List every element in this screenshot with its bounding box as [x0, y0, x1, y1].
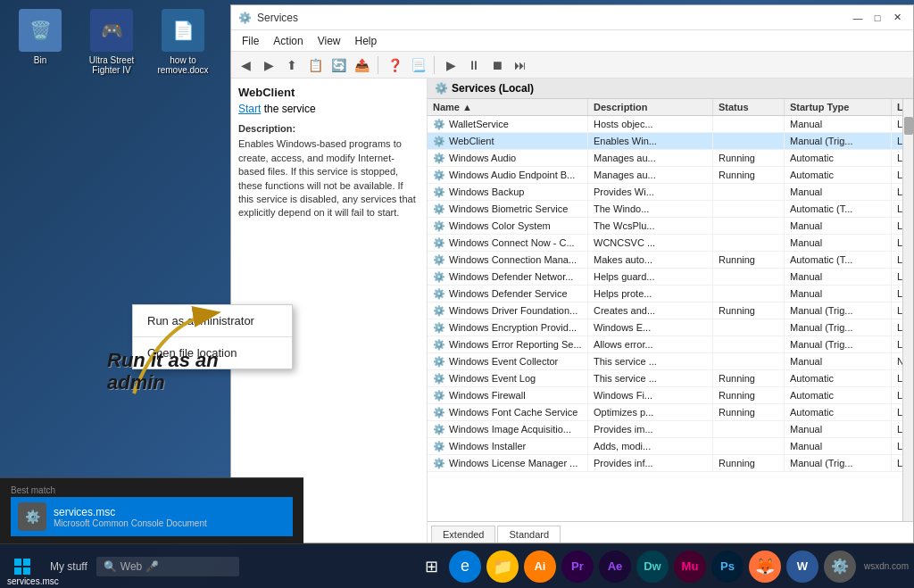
col-log[interactable]: Log	[892, 99, 902, 115]
service-name: ⚙️Windows Firewall	[428, 387, 588, 403]
menu-action[interactable]: Action	[266, 33, 310, 49]
service-row[interactable]: ⚙️Windows Audio Manages au... Running Au…	[428, 150, 902, 167]
service-row[interactable]: ⚙️Windows Connect Now - C... WCNCSVC ...…	[428, 235, 902, 252]
svg-rect-4	[23, 567, 30, 575]
run-as-admin-option[interactable]: Run as administrator	[133, 305, 292, 336]
service-status	[713, 235, 785, 251]
service-row[interactable]: ⚙️Windows Error Reporting Se... Allows e…	[428, 336, 902, 353]
refresh-button[interactable]: 🔄	[328, 54, 349, 76]
service-row[interactable]: ⚙️Windows Event Log This service ... Run…	[428, 370, 902, 387]
service-status	[713, 201, 785, 217]
taskbar: My stuff 🔍 Web 🎤 ⊞ e 📁 Ai Pr Ae Dw Mu Ps…	[0, 543, 914, 588]
panel-start-link: Start the service	[238, 103, 420, 115]
service-status: Running	[713, 302, 785, 319]
svg-rect-2	[23, 559, 30, 566]
services-window: ⚙️ Services — □ ✕ File Action View Help …	[230, 4, 914, 543]
col-startup[interactable]: Startup Type	[785, 99, 892, 115]
svg-rect-1	[14, 559, 21, 566]
tab-extended[interactable]: Extended	[431, 526, 495, 542]
service-row[interactable]: ⚙️WebClient Enables Win... Manual (Trig.…	[428, 133, 902, 150]
minimize-button[interactable]: —	[849, 9, 867, 27]
service-log: Loc	[892, 184, 902, 200]
service-row[interactable]: ⚙️Windows Defender Service Helps prote..…	[428, 286, 902, 302]
service-row[interactable]: ⚙️Windows Font Cache Service Optimizes p…	[428, 404, 902, 421]
service-row[interactable]: ⚙️Windows Image Acquisitio... Provides i…	[428, 421, 902, 438]
export-button[interactable]: 📤	[351, 54, 372, 76]
service-row[interactable]: ⚙️Windows Driver Foundation... Creates a…	[428, 302, 902, 319]
game-icon: 🎮	[90, 9, 133, 52]
close-button[interactable]: ✕	[888, 9, 906, 27]
best-match-text: services.msc Microsoft Common Console Do…	[54, 506, 207, 528]
taskbar-search[interactable]: 🔍 Web 🎤	[96, 557, 239, 576]
play-button[interactable]: ▶	[440, 54, 461, 76]
col-status[interactable]: Status	[713, 99, 785, 115]
service-log: Loc	[892, 235, 902, 251]
back-button[interactable]: ◀	[235, 54, 256, 76]
service-row[interactable]: ⚙️Windows Defender Networ... Helps guard…	[428, 269, 902, 286]
service-desc: This service ...	[588, 353, 713, 369]
best-match-item[interactable]: ⚙️ services.msc Microsoft Common Console…	[11, 497, 293, 536]
service-row[interactable]: ⚙️Windows Backup Provides Wi... Manual L…	[428, 184, 902, 201]
menu-help[interactable]: Help	[348, 33, 385, 49]
start-link[interactable]: Start	[238, 103, 261, 115]
desktop-icon-bin[interactable]: 🗑️ Bin	[9, 9, 71, 75]
service-status	[713, 319, 785, 335]
menu-file[interactable]: File	[235, 33, 266, 49]
services-list-panel: ⚙️ Services (Local) Name ▲ Description S…	[428, 79, 913, 542]
service-status	[713, 353, 785, 369]
service-status	[713, 438, 785, 454]
service-log: Loc	[892, 150, 902, 166]
service-status	[713, 421, 785, 437]
up-button[interactable]: ⬆	[281, 54, 303, 76]
best-match-section: Best match ⚙️ services.msc Microsoft Com…	[0, 478, 303, 543]
forward-button[interactable]: ▶	[258, 54, 279, 76]
maximize-button[interactable]: □	[868, 9, 886, 27]
service-row[interactable]: ⚙️Windows Color System The WcsPlu... Man…	[428, 218, 902, 235]
docx-label: how to remove.docx	[152, 55, 214, 75]
service-log: Loc	[892, 370, 902, 386]
service-desc: Windows Fi...	[588, 387, 713, 403]
pause-button[interactable]: ⏸	[463, 54, 485, 76]
service-startup: Automatic	[785, 370, 892, 386]
service-log: Loc	[892, 404, 902, 420]
service-startup: Manual	[785, 218, 892, 234]
desktop-icon-docx[interactable]: 📄 how to remove.docx	[152, 9, 214, 75]
service-row[interactable]: ⚙️Windows Installer Adds, modi... Manual…	[428, 438, 902, 455]
scrollbar[interactable]	[902, 99, 913, 521]
col-name[interactable]: Name ▲	[428, 99, 588, 115]
service-row[interactable]: ⚙️Windows Audio Endpoint B... Manages au…	[428, 167, 902, 184]
menu-view[interactable]: View	[311, 33, 348, 49]
service-name: ⚙️Windows Backup	[428, 184, 588, 200]
service-row[interactable]: ⚙️Windows Firewall Windows Fi... Running…	[428, 387, 902, 404]
service-log: Loc	[892, 167, 902, 183]
service-row[interactable]: ⚙️Windows Biometric Service The Windo...…	[428, 201, 902, 218]
restart-button[interactable]: ⏭	[510, 54, 531, 76]
service-name: ⚙️Windows Event Collector	[428, 353, 588, 369]
docx-icon: 📄	[162, 9, 204, 52]
stop-button[interactable]: ⏹	[486, 54, 508, 76]
properties-button[interactable]: 📃	[407, 54, 428, 76]
context-menu: Run as administrator Open file location	[132, 304, 293, 369]
service-name: ⚙️Windows Defender Networ...	[428, 269, 588, 285]
service-desc: Allows error...	[588, 336, 713, 352]
desktop-icon-game[interactable]: 🎮 Ultra Street Fighter IV	[80, 9, 143, 75]
service-row[interactable]: ⚙️WalletService Hosts objec... Manual Lo…	[428, 116, 902, 133]
service-desc: Creates and...	[588, 302, 713, 319]
services-title-icon: ⚙️	[238, 12, 252, 24]
service-name: ⚙️Windows Connect Now - C...	[428, 235, 588, 251]
service-row[interactable]: ⚙️Windows Connection Mana... Makes auto.…	[428, 252, 902, 269]
col-description[interactable]: Description	[588, 99, 713, 115]
window-title-left: ⚙️ Services	[238, 12, 298, 24]
service-desc: Optimizes p...	[588, 404, 713, 420]
service-row[interactable]: ⚙️Windows Encryption Provid... Windows E…	[428, 319, 902, 336]
service-desc: Provides im...	[588, 421, 713, 437]
show-hide-button[interactable]: 📋	[304, 54, 326, 76]
service-desc: Manages au...	[588, 167, 713, 183]
open-file-location-option[interactable]: Open file location	[133, 337, 292, 369]
service-status: Running	[713, 370, 785, 386]
service-row[interactable]: ⚙️Windows License Manager ... Provides i…	[428, 455, 902, 472]
best-match-label: Best match	[11, 482, 293, 497]
help-icon-btn[interactable]: ❓	[384, 54, 405, 76]
service-row[interactable]: ⚙️Windows Event Collector This service .…	[428, 353, 902, 370]
tab-standard[interactable]: Standard	[497, 526, 561, 542]
